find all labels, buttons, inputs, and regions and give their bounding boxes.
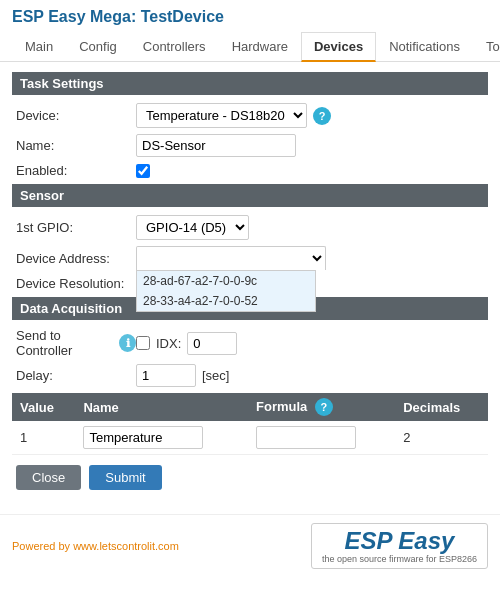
device-address-dropdown: 28-ad-67-a2-7-0-0-9c 28-33-a4-a2-7-0-0-5… [136, 246, 326, 270]
esp-easy-logo-sub: the open source firmware for ESP8266 [322, 554, 477, 564]
close-button[interactable]: Close [16, 465, 81, 490]
device-address-row: Device Address: 28-ad-67-a2-7-0-0-9c 28-… [12, 246, 488, 270]
gpio-row: 1st GPIO: GPIO-14 (D5) [12, 215, 488, 240]
tab-hardware[interactable]: Hardware [219, 32, 301, 62]
row-formula-input[interactable] [256, 426, 356, 449]
send-to-controller-label: Send to Controller ℹ [16, 328, 136, 358]
formula-help-icon[interactable]: ? [315, 398, 333, 416]
row-name-cell [75, 421, 248, 455]
task-settings-section: Task Settings Device: Temperature - DS18… [12, 72, 488, 178]
app-header: ESP Easy Mega: TestDevice Main Config Co… [0, 0, 500, 62]
send-to-controller-control: IDX: [136, 332, 484, 355]
tab-main[interactable]: Main [12, 32, 66, 62]
send-to-controller-checkbox[interactable] [136, 336, 150, 350]
name-label: Name: [16, 138, 136, 153]
gpio-control: GPIO-14 (D5) [136, 215, 484, 240]
delay-unit: [sec] [202, 368, 229, 383]
device-address-options: 28-ad-67-a2-7-0-0-9c 28-33-a4-a2-7-0-0-5… [136, 270, 316, 312]
idx-input[interactable] [187, 332, 237, 355]
col-value: Value [12, 393, 75, 421]
task-settings-header: Task Settings [12, 72, 488, 95]
name-input[interactable] [136, 134, 296, 157]
idx-label: IDX: [156, 336, 181, 351]
tab-notifications[interactable]: Notifications [376, 32, 473, 62]
sensor-section: Sensor 1st GPIO: GPIO-14 (D5) Device Add… [12, 184, 488, 291]
sensor-header: Sensor [12, 184, 488, 207]
footer: Powered by www.letscontrolit.com ESP Eas… [0, 514, 500, 577]
address-option-2[interactable]: 28-33-a4-a2-7-0-0-52 [137, 291, 315, 311]
tab-devices[interactable]: Devices [301, 32, 376, 62]
address-option-1[interactable]: 28-ad-67-a2-7-0-0-9c [137, 271, 315, 291]
device-address-select[interactable] [136, 246, 326, 270]
main-content: Task Settings Device: Temperature - DS18… [0, 62, 500, 510]
table-row: 1 2 [12, 421, 488, 455]
values-table: Value Name Formula ? Decimals 1 [12, 393, 488, 455]
delay-control: [sec] [136, 364, 484, 387]
row-value: 1 [12, 421, 75, 455]
powered-by: Powered by www.letscontrolit.com [12, 540, 179, 552]
esp-easy-logo-text: ESP Easy [345, 528, 455, 554]
delay-input[interactable] [136, 364, 196, 387]
submit-button[interactable]: Submit [89, 465, 161, 490]
send-to-controller-help-icon[interactable]: ℹ [119, 334, 136, 352]
tab-tools[interactable]: Tools [473, 32, 500, 62]
values-table-header-row: Value Name Formula ? Decimals [12, 393, 488, 421]
device-control: Temperature - DS18b20 ? [136, 103, 484, 128]
row-name-input[interactable] [83, 426, 203, 449]
nav-bar: Main Config Controllers Hardware Devices… [12, 32, 488, 61]
send-to-controller-row: Send to Controller ℹ IDX: [12, 328, 488, 358]
device-address-control: 28-ad-67-a2-7-0-0-9c 28-33-a4-a2-7-0-0-5… [136, 246, 484, 270]
tab-config[interactable]: Config [66, 32, 130, 62]
name-row: Name: [12, 134, 488, 157]
esp-easy-logo: ESP Easy the open source firmware for ES… [311, 523, 488, 569]
enabled-checkbox[interactable] [136, 164, 150, 178]
row-decimals-cell: 2 [395, 421, 488, 455]
button-row: Close Submit [16, 465, 488, 490]
col-decimals: Decimals [395, 393, 488, 421]
col-formula: Formula ? [248, 393, 395, 421]
device-resolution-label: Device Resolution: [16, 276, 136, 291]
delay-row: Delay: [sec] [12, 364, 488, 387]
device-select[interactable]: Temperature - DS18b20 [136, 103, 307, 128]
gpio-select[interactable]: GPIO-14 (D5) [136, 215, 249, 240]
enabled-control [136, 164, 484, 178]
tab-controllers[interactable]: Controllers [130, 32, 219, 62]
enabled-label: Enabled: [16, 163, 136, 178]
enabled-row: Enabled: [12, 163, 488, 178]
device-address-label: Device Address: [16, 251, 136, 266]
device-row: Device: Temperature - DS18b20 ? [12, 103, 488, 128]
device-help-icon[interactable]: ? [313, 107, 331, 125]
name-control [136, 134, 484, 157]
gpio-label: 1st GPIO: [16, 220, 136, 235]
row-decimals: 2 [403, 430, 410, 445]
device-label: Device: [16, 108, 136, 123]
col-formula-label: Formula [256, 399, 307, 414]
row-formula-cell [248, 421, 395, 455]
app-title: ESP Easy Mega: TestDevice [12, 8, 488, 26]
values-section: Value Name Formula ? Decimals 1 [12, 393, 488, 455]
col-name: Name [75, 393, 248, 421]
delay-label: Delay: [16, 368, 136, 383]
